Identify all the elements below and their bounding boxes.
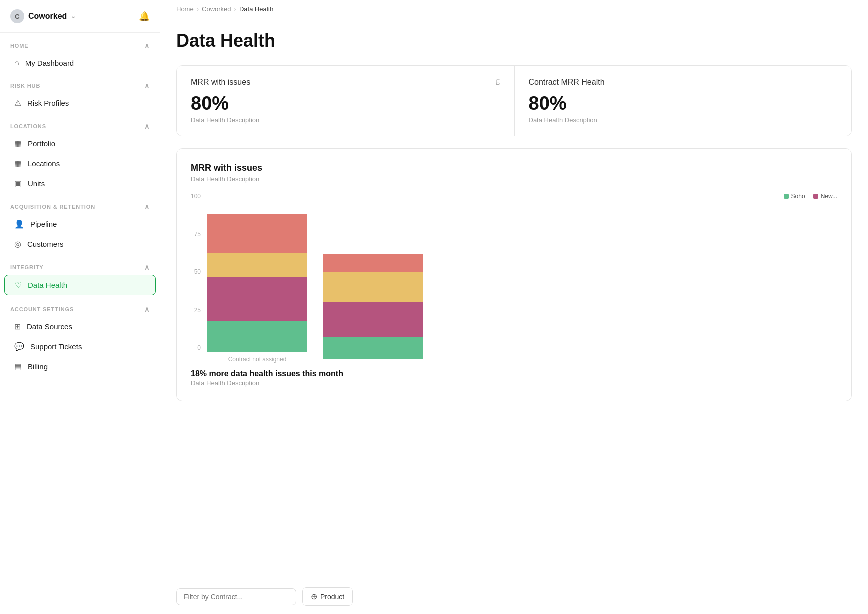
card-mrr-value: 80% — [191, 93, 500, 114]
sidebar-item-billing[interactable]: ▤Billing — [4, 357, 156, 376]
main-content: Home › Coworked › Data Health Data Healt… — [160, 0, 868, 614]
risk-profiles-icon: ⚠ — [14, 98, 21, 108]
legend-item-new: New... — [813, 193, 837, 200]
support-tickets-icon: 💬 — [14, 342, 24, 351]
sidebar-item-units[interactable]: ▣Units — [4, 174, 156, 193]
stat-row: 18% more data health issues this month D… — [191, 369, 837, 387]
sidebar-section-account_settings: ACCOUNT SETTINGS∧ — [0, 296, 160, 316]
sidebar-item-support-tickets[interactable]: 💬Support Tickets — [4, 337, 156, 356]
y-label-25: 25 — [191, 306, 201, 314]
units-icon: ▣ — [14, 179, 22, 188]
sidebar-section-locations: LOCATIONS∧ — [0, 113, 160, 133]
sidebar-item-label-risk-profiles: Risk Profiles — [27, 99, 69, 107]
metric-cards-row: MRR with issues £ 80% Data Health Descri… — [176, 65, 852, 136]
y-label-75: 75 — [191, 231, 201, 238]
card-contract-title: Contract MRR Health — [529, 78, 605, 87]
bar-seg-0-3 — [207, 214, 307, 253]
card-mrr-title: MRR with issues — [191, 78, 250, 87]
legend-item-soho: Soho — [784, 193, 805, 200]
chart-section: MRR with issues Data Health Description … — [176, 148, 852, 401]
breadcrumb: Home › Coworked › Data Health — [176, 5, 852, 13]
page-title: Data Health — [176, 30, 852, 51]
card-mrr-desc: Data Health Description — [191, 116, 500, 124]
sidebar-item-label-data-sources: Data Sources — [27, 322, 72, 331]
breadcrumb-sep-2: › — [234, 5, 236, 13]
sidebar-section-acquisition__retention: ACQUISITION & RETENTION∧ — [0, 194, 160, 214]
bar-label-0: Contract not assigned — [228, 356, 287, 363]
bar-seg-1-1 — [323, 302, 423, 337]
data-health-icon: ♡ — [15, 280, 22, 290]
sidebar-item-label-customers: Customers — [27, 240, 64, 248]
bar-seg-1-2 — [323, 272, 423, 302]
locations-icon: ▦ — [14, 159, 22, 168]
top-bar: Home › Coworked › Data Health — [160, 0, 868, 18]
y-label-0: 0 — [191, 344, 201, 351]
y-label-100: 100 — [191, 193, 201, 200]
sidebar-section-integrity: INTEGRITY∧ — [0, 254, 160, 274]
data-sources-icon: ⊞ — [14, 322, 21, 331]
bar-group-1 — [323, 253, 423, 363]
bar-seg-1-0 — [323, 337, 423, 359]
y-label-50: 50 — [191, 268, 201, 275]
product-filter-label: Product — [320, 593, 344, 601]
breadcrumb-current: Data Health — [239, 5, 274, 13]
chart-title: MRR with issues — [191, 163, 837, 173]
breadcrumb-home[interactable]: Home — [176, 5, 194, 13]
sidebar-item-label-units: Units — [28, 179, 45, 188]
chart-bars-container: Contract not assigned — [207, 193, 837, 363]
filter-bar: ⊕ Product — [160, 579, 868, 614]
notification-bell-icon[interactable]: 🔔 — [139, 11, 150, 22]
card-contract-desc: Data Health Description — [529, 116, 838, 124]
metric-card-contract: Contract MRR Health 80% Data Health Desc… — [514, 66, 852, 136]
sidebar-item-label-data-health: Data Health — [28, 281, 67, 289]
portfolio-icon: ▦ — [14, 139, 22, 148]
sidebar-item-data-sources[interactable]: ⊞Data Sources — [4, 317, 156, 336]
chart-desc: Data Health Description — [191, 175, 837, 183]
sidebar-item-portfolio[interactable]: ▦Portfolio — [4, 134, 156, 153]
sidebar-item-label-my-dashboard: My Dashboard — [25, 59, 74, 67]
sidebar-item-label-portfolio: Portfolio — [28, 139, 55, 148]
sidebar-item-label-locations: Locations — [28, 159, 60, 168]
stacked-bar-0 — [207, 206, 307, 352]
billing-icon: ▤ — [14, 362, 22, 371]
chart-area: 0 25 50 75 100 Contra — [191, 193, 837, 363]
sidebar-item-pipeline[interactable]: 👤Pipeline — [4, 214, 156, 234]
breadcrumb-sep-1: › — [197, 5, 199, 13]
sidebar-section-home: HOME∧ — [0, 33, 160, 53]
card-contract-value: 80% — [529, 93, 838, 114]
breadcrumb-coworked[interactable]: Coworked — [202, 5, 231, 13]
my-dashboard-icon: ⌂ — [14, 58, 19, 67]
stat-highlight: 18% more data health issues this month — [191, 369, 837, 378]
bar-seg-0-2 — [207, 253, 307, 277]
sidebar-item-customers[interactable]: ◎Customers — [4, 234, 156, 254]
stat-desc: Data Health Description — [191, 379, 837, 387]
sidebar-item-label-support-tickets: Support Tickets — [30, 342, 82, 351]
brand-caret: ⌄ — [71, 13, 76, 20]
chart-legend: Soho New... — [784, 193, 837, 200]
page-content: Data Health MRR with issues £ 80% Data H… — [160, 18, 868, 579]
sidebar-section-risk_hub: RISK HUB∧ — [0, 73, 160, 93]
product-filter-button[interactable]: ⊕ Product — [302, 587, 353, 606]
sidebar-item-data-health[interactable]: ♡Data Health — [4, 275, 156, 295]
chart-y-axis: 0 25 50 75 100 — [191, 193, 207, 363]
bar-seg-1-3 — [323, 254, 423, 272]
sidebar-item-label-pipeline: Pipeline — [30, 220, 57, 228]
brand[interactable]: C Coworked ⌄ — [10, 9, 76, 23]
sidebar-item-locations[interactable]: ▦Locations — [4, 154, 156, 173]
brand-initial: C — [10, 9, 24, 23]
sidebar-item-my-dashboard[interactable]: ⌂My Dashboard — [4, 53, 156, 72]
customers-icon: ◎ — [14, 239, 21, 249]
legend-label-soho: Soho — [791, 193, 805, 200]
sidebar-item-label-billing: Billing — [28, 362, 48, 371]
bar-seg-0-0 — [207, 321, 307, 352]
plus-icon: ⊕ — [311, 592, 317, 601]
brand-name: Coworked — [28, 12, 67, 21]
filter-contract-input[interactable] — [176, 588, 296, 605]
pipeline-icon: 👤 — [14, 219, 24, 229]
stacked-bar-1 — [323, 253, 423, 359]
legend-dot-soho — [784, 194, 789, 199]
card-mrr-icon: £ — [496, 78, 500, 87]
legend-dot-new — [813, 194, 818, 199]
sidebar-header: C Coworked ⌄ 🔔 — [0, 0, 160, 33]
sidebar-item-risk-profiles[interactable]: ⚠Risk Profiles — [4, 93, 156, 113]
